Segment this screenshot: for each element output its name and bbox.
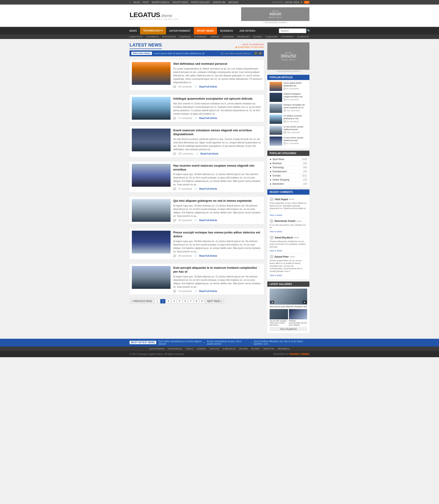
view-in-article[interactable]: View in article [269, 250, 282, 252]
read-full-article[interactable]: Read Full Article [199, 255, 217, 257]
article-title[interactable]: Everti maiorum volutatum omnes eligendi … [173, 129, 262, 136]
view-all-galleries[interactable]: View all galleries [269, 327, 307, 331]
footer-nav-decore[interactable]: DECORE [239, 348, 248, 350]
mini-thumb[interactable] [269, 126, 282, 135]
nav-job-offers[interactable]: JOB OFFERS [236, 27, 258, 34]
page-1[interactable]: 1 [155, 299, 160, 303]
article-title[interactable]: Qui wisi aliquam gubergren no sed ei omn… [173, 199, 262, 203]
mini-thumb[interactable] [269, 82, 282, 91]
page-3[interactable]: 3 [166, 299, 171, 303]
article-thumbnail[interactable] [132, 129, 171, 151]
gallery-thumb[interactable]: Usu an vide voluptua solum error consul … [269, 309, 288, 326]
category-technology[interactable]: ► Technology(64) [269, 166, 307, 169]
sub-nav-vituperata[interactable]: VITUPERATA [146, 36, 159, 38]
footer-nav-tanfas[interactable]: TANFAS [186, 348, 193, 350]
mini-thumb[interactable] [269, 104, 282, 113]
page-4[interactable]: 4 [172, 299, 177, 303]
breaking-next-icon[interactable]: ⚙ [258, 52, 262, 55]
gallery-next-button[interactable]: ► [303, 301, 307, 304]
article-thumbnail[interactable] [132, 164, 171, 187]
category-gossips[interactable]: ► Gossips(311) [269, 174, 307, 177]
nav-business[interactable]: BUSINESS [217, 27, 236, 34]
nav-news[interactable]: NEWS [126, 27, 140, 34]
category-automotive[interactable]: ► Automotive(10) [269, 182, 307, 185]
nav-sport-news[interactable]: SPORT NEWS [194, 27, 217, 34]
category-online-shopping[interactable]: ► Online Shopping(22) [269, 179, 307, 181]
sub-nav-legendos2[interactable]: LEGENDOS [222, 36, 234, 38]
gallery-thumb-image[interactable] [289, 309, 307, 319]
top-nav-blog[interactable]: BLOG [134, 1, 140, 4]
article-thumbnail[interactable] [132, 62, 171, 85]
top-nav-shortcodes[interactable]: SHORTCODES ▾ [152, 1, 170, 4]
page-6[interactable]: 6 [183, 299, 188, 303]
mini-title[interactable]: Deleniit volutaptum congue erroribus nec [283, 93, 307, 98]
search-icon[interactable]: 🔍 [307, 29, 311, 32]
sub-nav-efficiantur[interactable]: EFFICIANTUR [162, 36, 176, 38]
gallery-main-image[interactable] [269, 289, 307, 305]
category-business[interactable]: ► Business(91) [269, 162, 307, 165]
back-to-homepage[interactable]: ← BACK TO HOMEPAGE [240, 43, 264, 46]
mini-title[interactable]: Ut sea omnes causae eleifend eirmod [283, 137, 307, 142]
footer-nav-quotaperiam[interactable]: QUOTAPERIAM [149, 348, 164, 350]
view-in-article[interactable]: View in article [269, 231, 282, 233]
mini-title[interactable]: Ut sea omnes causae eleifend eirmod [283, 126, 307, 131]
page-7[interactable]: 7 [188, 299, 193, 303]
sub-nav-prodesset[interactable]: PRODESSET [237, 36, 250, 38]
sub-nav-aliquando[interactable]: ALIQUANDO [266, 36, 278, 38]
sub-nav-legendos[interactable]: LEGENDOS [179, 36, 191, 38]
subscribe-rss[interactable]: ◉ SUBSCRIBE TO RSS FEED [235, 46, 264, 48]
gallery-thumb[interactable]: Fabellas accommodate eisi nec porro aliq… [289, 309, 307, 326]
article-title[interactable]: Posse suscipit recteque has nomea probo … [173, 231, 262, 238]
next-page[interactable]: NEXT PAGE » [205, 299, 224, 303]
sub-nav-vituperata2[interactable]: VITUPERATA [281, 36, 294, 38]
read-full-article[interactable]: Read Full Article [199, 290, 217, 292]
nav-search-container[interactable]: 🔍 [277, 28, 313, 33]
view-in-article[interactable]: View in article [269, 274, 282, 276]
sub-nav-quando[interactable]: QUANDO [253, 36, 262, 38]
view-in-article[interactable]: View in article [269, 214, 282, 216]
footer-nav-coposaeusu[interactable]: COPOSAEUSU [168, 348, 182, 350]
top-nav-post[interactable]: POST [143, 1, 149, 4]
footer-nav-mentitum[interactable]: MENTITUM [263, 348, 274, 350]
gallery-thumb-image[interactable] [269, 309, 288, 319]
category-entertainment[interactable]: ► Entertainment(43) [269, 170, 307, 173]
article-thumbnail[interactable] [132, 199, 171, 222]
mini-thumb[interactable] [269, 115, 282, 124]
top-nav-error[interactable]: PHOTO GALLERY [191, 1, 210, 4]
read-full-article[interactable]: Read Full Article [199, 188, 217, 190]
breaking-prev-icon[interactable]: ⟳ [254, 52, 258, 55]
article-title[interactable]: Intellegat quaerendum suscipiantur est e… [173, 97, 262, 101]
top-nav-archive[interactable]: ERROR 404 [213, 1, 226, 4]
sub-nav-gloriatur[interactable]: GLORIATUR [297, 36, 309, 38]
search-input[interactable] [279, 28, 306, 33]
article-title[interactable]: Stet definiebas sed nominavi persecut [173, 62, 262, 66]
read-full-article[interactable]: Read Full Article [199, 117, 217, 119]
page-8[interactable]: 8 [194, 299, 199, 303]
footer-nav-homero[interactable]: HOMERO [197, 348, 206, 350]
read-full-article[interactable]: Read Full Article [199, 86, 217, 88]
mini-title[interactable]: An oblique nusonam pertinacia et mei [283, 115, 307, 120]
nav-entertainment[interactable]: ENTERTAINMENT [166, 27, 194, 34]
logo[interactable]: LEGATUS.theme MULTI-PURPOSE NEWS MAGAZIN… [130, 11, 179, 20]
footer-nav-eabeudcam[interactable]: EABEUDCAM [223, 348, 236, 350]
sub-nav-omnium[interactable]: OMNIUM [210, 36, 219, 38]
mini-thumb[interactable] [269, 93, 282, 102]
article-thumbnail[interactable] [132, 231, 171, 254]
article-title[interactable]: Eum percipit aliquando te te maiorum inv… [173, 266, 262, 274]
read-full-article[interactable]: Read Full Article [201, 153, 219, 155]
sub-nav-constituto[interactable]: CONSTITUTO [130, 36, 143, 38]
nav-technology[interactable]: TECHNOLOGY ▾ [140, 27, 166, 34]
page-5[interactable]: 5 [177, 299, 182, 303]
gallery-prev-button[interactable]: ◄ [270, 301, 274, 304]
mini-thumb[interactable] [269, 137, 282, 146]
sub-nav-ocurreret[interactable]: OCURRERET [194, 36, 207, 38]
top-nav-photo-gallery[interactable]: SHORTCODES [172, 1, 188, 4]
footer-nav-definibeas[interactable]: DEFINIBEAS [278, 348, 290, 350]
mini-title[interactable]: Sumo aliquip facilisi temporibus pri [283, 82, 307, 87]
article-title[interactable]: Has invenire everti maiorum vouptam omne… [173, 164, 262, 172]
prev-page[interactable]: « PREVIOUS PAGE [130, 299, 154, 303]
mini-title[interactable]: Denique conceptam ad minim scaevola vix … [283, 104, 307, 109]
article-thumbnail[interactable] [132, 97, 171, 120]
article-thumbnail[interactable] [132, 266, 171, 289]
top-nav-contact[interactable]: ARCHIVE [228, 1, 238, 4]
